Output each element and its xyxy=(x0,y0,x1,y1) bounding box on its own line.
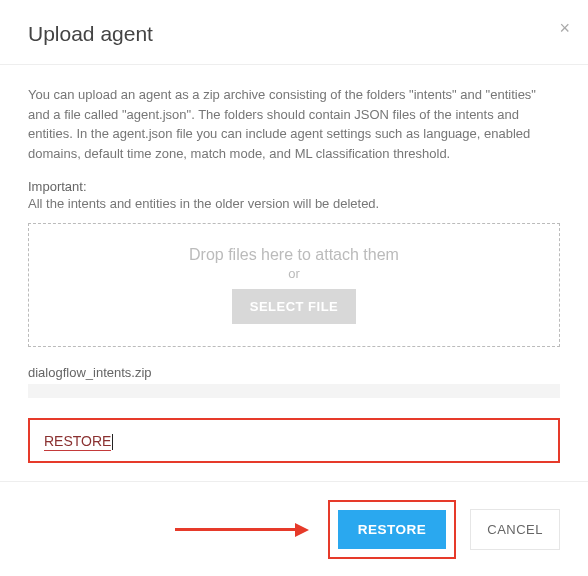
upload-description: You can upload an agent as a zip archive… xyxy=(28,85,560,163)
dialog-header: Upload agent × xyxy=(0,0,588,65)
confirm-input-highlight: RESTORE xyxy=(28,418,560,463)
dialog-title: Upload agent xyxy=(28,22,560,46)
dialog-footer: RESTORE CANCEL xyxy=(0,481,588,576)
arrow-annotation-icon xyxy=(175,523,309,537)
uploaded-filename: dialogflow_intents.zip xyxy=(28,365,560,380)
close-icon[interactable]: × xyxy=(559,18,570,39)
important-label: Important: xyxy=(28,179,560,194)
text-cursor xyxy=(112,434,113,450)
file-progress-bar xyxy=(28,384,560,398)
confirm-input[interactable]: RESTORE xyxy=(44,433,111,451)
file-drop-zone[interactable]: Drop files here to attach them or SELECT… xyxy=(28,223,560,347)
cancel-button[interactable]: CANCEL xyxy=(470,509,560,550)
drop-or-text: or xyxy=(39,266,549,281)
restore-button[interactable]: RESTORE xyxy=(338,510,447,549)
restore-button-highlight: RESTORE xyxy=(328,500,457,559)
important-text: All the intents and entities in the olde… xyxy=(28,196,560,211)
select-file-button[interactable]: SELECT FILE xyxy=(232,289,357,324)
dialog-body: You can upload an agent as a zip archive… xyxy=(0,65,588,481)
drop-text: Drop files here to attach them xyxy=(39,246,549,264)
